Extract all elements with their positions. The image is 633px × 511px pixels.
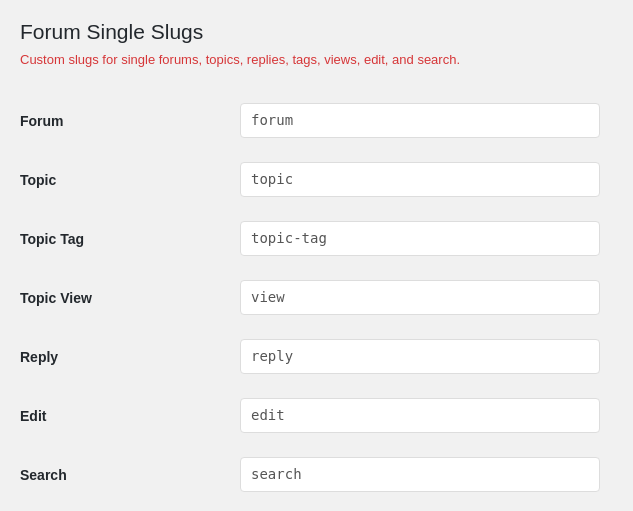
field-row-topic: Topic [20, 150, 613, 209]
input-edit[interactable] [240, 398, 600, 433]
label-search: Search [20, 467, 240, 483]
input-reply[interactable] [240, 339, 600, 374]
field-row-search: Search [20, 445, 613, 504]
input-wrap-forum [240, 103, 600, 138]
label-forum: Forum [20, 113, 240, 129]
input-wrap-topic [240, 162, 600, 197]
field-row-topic-view: Topic View [20, 268, 613, 327]
input-wrap-topic-view [240, 280, 600, 315]
page-title: Forum Single Slugs [20, 20, 613, 44]
input-topic-view[interactable] [240, 280, 600, 315]
label-reply: Reply [20, 349, 240, 365]
input-wrap-edit [240, 398, 600, 433]
input-topic-tag[interactable] [240, 221, 600, 256]
label-edit: Edit [20, 408, 240, 424]
label-topic-tag: Topic Tag [20, 231, 240, 247]
input-forum[interactable] [240, 103, 600, 138]
field-row-topic-tag: Topic Tag [20, 209, 613, 268]
field-row-reply: Reply [20, 327, 613, 386]
page-subtitle: Custom slugs for single forums, topics, … [20, 52, 613, 67]
input-topic[interactable] [240, 162, 600, 197]
input-wrap-topic-tag [240, 221, 600, 256]
form-container: ForumTopicTopic TagTopic ViewReplyEditSe… [20, 91, 613, 504]
field-row-edit: Edit [20, 386, 613, 445]
label-topic-view: Topic View [20, 290, 240, 306]
input-search[interactable] [240, 457, 600, 492]
field-row-forum: Forum [20, 91, 613, 150]
input-wrap-search [240, 457, 600, 492]
label-topic: Topic [20, 172, 240, 188]
input-wrap-reply [240, 339, 600, 374]
